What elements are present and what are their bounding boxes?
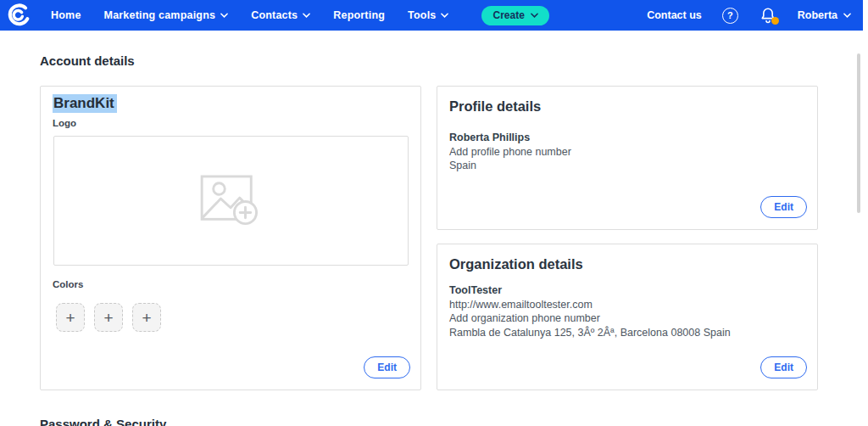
nav-item-contacts[interactable]: Contacts bbox=[251, 9, 310, 21]
add-color-swatch-3[interactable]: + bbox=[132, 303, 161, 332]
scrollbar-thumb[interactable] bbox=[857, 53, 860, 213]
brandkit-title-text: BrandKit bbox=[53, 94, 117, 113]
profile-name: Roberta Phillips bbox=[449, 131, 571, 145]
help-icon[interactable]: ? bbox=[722, 8, 738, 24]
contact-us-link[interactable]: Contact us bbox=[647, 9, 702, 21]
organization-details-card: Organization details ToolTester http://w… bbox=[437, 244, 818, 390]
add-image-icon bbox=[200, 175, 263, 227]
logo-label: Logo bbox=[53, 118, 76, 128]
brandkit-edit-button[interactable]: Edit bbox=[364, 356, 410, 378]
user-menu[interactable]: Roberta bbox=[798, 9, 851, 21]
notification-badge bbox=[771, 17, 779, 25]
brandkit-card: BrandKit Logo Colors + + + Edit bbox=[40, 86, 421, 390]
scrollbar-gutter bbox=[863, 0, 868, 426]
chevron-down-icon bbox=[441, 13, 448, 18]
nav-links: Home Marketing campaigns Contacts Report… bbox=[51, 9, 471, 21]
page-title: Account details bbox=[40, 53, 135, 68]
nav-item-label: Marketing campaigns bbox=[104, 9, 216, 21]
add-color-swatch-1[interactable]: + bbox=[56, 303, 85, 332]
organization-website: http://www.emailtooltester.com bbox=[449, 298, 731, 312]
question-mark-glyph: ? bbox=[727, 10, 733, 20]
user-name: Roberta bbox=[798, 9, 837, 21]
profile-info: Roberta Phillips Add profile phone numbe… bbox=[449, 131, 571, 173]
create-button-label: Create bbox=[492, 9, 524, 21]
nav-item-label: Tools bbox=[408, 9, 436, 21]
brandkit-title: BrandKit bbox=[53, 95, 117, 112]
profile-phone: Add profile phone number bbox=[449, 145, 571, 160]
profile-details-title: Profile details bbox=[449, 98, 541, 115]
nav-item-reporting[interactable]: Reporting bbox=[333, 9, 385, 21]
next-section-title: Password & Security bbox=[40, 417, 166, 426]
organization-info: ToolTester http://www.emailtooltester.co… bbox=[449, 283, 731, 339]
organization-details-title: Organization details bbox=[449, 256, 583, 272]
organization-phone: Add organization phone number bbox=[449, 311, 731, 326]
colors-label: Colors bbox=[53, 279, 83, 289]
nav-item-marketing-campaigns[interactable]: Marketing campaigns bbox=[104, 9, 229, 21]
nav-item-tools[interactable]: Tools bbox=[408, 9, 448, 21]
organization-edit-button[interactable]: Edit bbox=[760, 356, 807, 378]
plus-icon: + bbox=[142, 310, 151, 326]
nav-item-label: Home bbox=[51, 9, 81, 21]
constant-contact-logo-icon[interactable] bbox=[7, 3, 32, 28]
profile-edit-button[interactable]: Edit bbox=[760, 196, 807, 218]
chevron-down-icon bbox=[531, 13, 538, 18]
brand-colors-row: + + + bbox=[56, 303, 161, 332]
top-navigation: Home Marketing campaigns Contacts Report… bbox=[0, 0, 863, 31]
chevron-down-icon bbox=[220, 13, 228, 18]
chevron-down-icon bbox=[843, 13, 851, 18]
chevron-down-icon bbox=[303, 13, 310, 18]
nav-item-home[interactable]: Home bbox=[51, 9, 81, 21]
notifications-bell-icon[interactable] bbox=[760, 7, 776, 24]
profile-details-card: Profile details Roberta Phillips Add pro… bbox=[437, 86, 818, 230]
plus-icon: + bbox=[65, 310, 75, 326]
nav-item-label: Contacts bbox=[251, 9, 298, 21]
plus-icon: + bbox=[103, 310, 113, 326]
logo-upload-area[interactable] bbox=[53, 136, 409, 266]
nav-right-group: Contact us ? Roberta bbox=[647, 7, 851, 24]
organization-address: Rambla de Catalunya 125, 3Âº 2Âª, Barcel… bbox=[449, 326, 731, 340]
nav-item-label: Reporting bbox=[333, 9, 385, 21]
add-color-swatch-2[interactable]: + bbox=[94, 303, 123, 332]
profile-country: Spain bbox=[449, 159, 571, 173]
organization-name: ToolTester bbox=[449, 283, 731, 298]
create-button[interactable]: Create bbox=[481, 6, 548, 25]
